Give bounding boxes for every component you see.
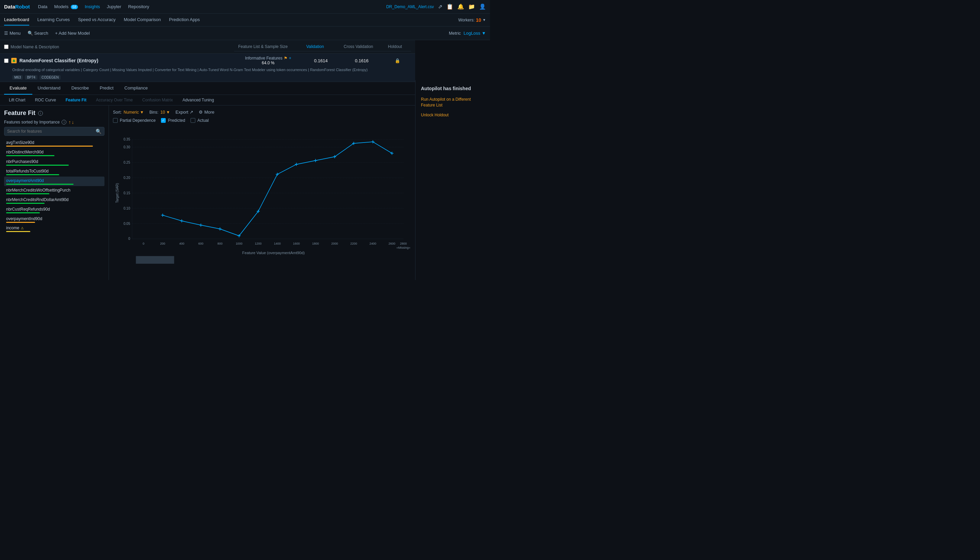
cv-score: 0.1616 bbox=[340, 58, 384, 63]
left-panel: Feature Fit i Features sorted by Importa… bbox=[0, 105, 109, 280]
bookmark-icon[interactable]: 📋 bbox=[447, 3, 453, 10]
actual-checkbox[interactable] bbox=[190, 118, 195, 123]
list-item[interactable]: nbrPurchases90d bbox=[4, 158, 105, 167]
model-description: Ordinal encoding of categorical variable… bbox=[0, 67, 415, 74]
feature-list: avgTxnSize90d nbrDistinctMerch90d nbrPur… bbox=[4, 138, 105, 276]
search-input[interactable] bbox=[7, 129, 96, 134]
logo[interactable]: DataRobot bbox=[4, 4, 30, 10]
add-model-button[interactable]: + Add New Model bbox=[55, 31, 90, 36]
svg-text:1600: 1600 bbox=[293, 242, 300, 245]
holdout-score: 🔒 bbox=[384, 58, 411, 63]
x-axis-label: Feature Value (overpaymentAmt90d) bbox=[242, 251, 305, 255]
model-tabs: Evaluate Understand Describe Predict Com… bbox=[0, 82, 415, 95]
nav-item-data[interactable]: Data bbox=[38, 4, 47, 9]
export-button[interactable]: Export ↗ bbox=[176, 110, 193, 115]
menu-button[interactable]: ☰ Menu bbox=[4, 31, 21, 36]
sort-up-icon[interactable]: ↑ bbox=[68, 119, 71, 125]
subtab-lift-chart[interactable]: Lift Chart bbox=[4, 95, 30, 105]
subnav-learning-curves[interactable]: Learning Curves bbox=[37, 14, 70, 25]
col-feature-header: Feature List & Sample Size bbox=[234, 42, 302, 52]
add-feature-btn[interactable]: + bbox=[289, 56, 291, 60]
share-icon[interactable]: ⇗ bbox=[438, 3, 442, 10]
logo-robot: Robot bbox=[15, 4, 30, 10]
subnav-prediction-apps[interactable]: Prediction Apps bbox=[169, 14, 200, 25]
histogram-bar bbox=[136, 256, 174, 264]
model-checkbox[interactable] bbox=[4, 58, 8, 63]
list-item[interactable]: avgTxnSize90d bbox=[4, 138, 105, 148]
model-icon: 🌲 bbox=[11, 58, 17, 63]
subnav-speed-accuracy[interactable]: Speed vs Accuracy bbox=[78, 14, 116, 25]
metric-chevron: ▼ bbox=[482, 31, 486, 36]
search-button[interactable]: 🔍 Search bbox=[28, 31, 48, 36]
legend-partial-dependence[interactable]: Partial Dependence bbox=[113, 118, 155, 123]
subnav-model-comparison[interactable]: Model Comparison bbox=[124, 14, 161, 25]
partial-dep-checkbox[interactable] bbox=[113, 118, 118, 123]
list-item[interactable]: nbrCustReqRefunds90d bbox=[4, 205, 105, 215]
workers-chevron[interactable]: ▼ bbox=[483, 18, 486, 22]
list-item[interactable]: overpaymentAmt90d bbox=[4, 177, 105, 186]
select-all-checkbox[interactable] bbox=[4, 45, 8, 49]
subtab-feature-fit[interactable]: Feature Fit bbox=[61, 95, 91, 105]
logo-data: Data bbox=[4, 4, 15, 10]
top-nav-right: DR_Demo_AML_Alert.csv ⇗ 📋 🔔 📁 👤 bbox=[386, 3, 486, 10]
feature-list-name: Informative Features bbox=[245, 56, 282, 60]
predicted-checkbox[interactable]: ✓ bbox=[161, 118, 166, 123]
list-item[interactable]: nbrDistinctMerch90d bbox=[4, 148, 105, 158]
svg-text:0.25: 0.25 bbox=[123, 161, 130, 164]
col-holdout-header: Holdout bbox=[384, 42, 411, 52]
subtab-accuracy-time: Accuracy Over Time bbox=[91, 95, 137, 105]
bell-icon[interactable]: 🔔 bbox=[457, 3, 464, 10]
feature-fit-chart: 0 0.05 0.10 0.15 0.20 0.25 0.30 0.35 Tar… bbox=[113, 125, 411, 276]
tab-describe[interactable]: Describe bbox=[66, 82, 94, 95]
lock-icon: 🔒 bbox=[395, 58, 400, 63]
tab-predict[interactable]: Predict bbox=[94, 82, 119, 95]
subtab-roc-curve[interactable]: ROC Curve bbox=[30, 95, 61, 105]
legend-predicted[interactable]: ✓ Predicted bbox=[161, 118, 185, 123]
list-item[interactable]: nbrMerchCreditsWoOffsettingPurch bbox=[4, 186, 105, 196]
sort-control-value[interactable]: Numeric ▼ bbox=[123, 110, 144, 115]
svg-text:0.15: 0.15 bbox=[123, 191, 130, 195]
svg-text:200: 200 bbox=[160, 242, 165, 245]
tab-understand[interactable]: Understand bbox=[32, 82, 66, 95]
folder-icon[interactable]: 📁 bbox=[468, 3, 475, 10]
tab-compliance[interactable]: Compliance bbox=[119, 82, 153, 95]
chart-line bbox=[163, 142, 392, 236]
col-name-header: Model Name & Description bbox=[10, 45, 59, 49]
metric-area: Metric LogLoss ▼ bbox=[449, 31, 486, 36]
tab-evaluate[interactable]: Evaluate bbox=[4, 82, 32, 95]
nav-item-jupyter[interactable]: Jupyter bbox=[107, 4, 122, 9]
search-box: 🔍 bbox=[4, 127, 105, 136]
feature-fit-info-icon[interactable]: i bbox=[38, 111, 43, 116]
nav-item-insights[interactable]: Insights bbox=[85, 4, 100, 9]
partial-dep-label: Partial Dependence bbox=[120, 118, 155, 123]
list-item[interactable]: totalRefundsToCust90d bbox=[4, 167, 105, 177]
user-icon[interactable]: 👤 bbox=[479, 3, 486, 10]
svg-text:600: 600 bbox=[198, 242, 203, 245]
list-item[interactable]: overpaymentInd90d bbox=[4, 215, 105, 224]
actual-label: Actual bbox=[197, 118, 208, 123]
more-button[interactable]: ⚙ More bbox=[199, 110, 214, 115]
subtab-advanced-tuning[interactable]: Advanced Tuning bbox=[178, 95, 219, 105]
workers-label: Workers: bbox=[458, 18, 475, 22]
feature-fit-title: Feature Fit i bbox=[4, 110, 105, 117]
model-area: Model Name & Description Feature List & … bbox=[0, 40, 415, 280]
unlock-holdout-link[interactable]: Unlock Holdout bbox=[421, 112, 485, 118]
nav-item-repository[interactable]: Repository bbox=[128, 4, 149, 9]
model-name[interactable]: RandomForest Classifier (Entropy) bbox=[19, 58, 234, 63]
sort-info-icon[interactable]: i bbox=[62, 120, 67, 125]
legend-actual[interactable]: Actual bbox=[190, 118, 208, 123]
metric-value[interactable]: LogLoss ▼ bbox=[463, 31, 486, 36]
list-item[interactable]: nbrMerchCreditsRndDollarAmt90d bbox=[4, 196, 105, 205]
model-feature-list: Informative Features ⚑ + 64.0 % bbox=[234, 56, 302, 65]
model-row-header: 🌲 RandomForest Classifier (Entropy) Info… bbox=[0, 54, 415, 67]
run-autopilot-link[interactable]: Run Autopilot on a Different Feature Lis… bbox=[421, 97, 485, 108]
subnav-leaderboard[interactable]: Leaderboard bbox=[4, 14, 29, 25]
bins-value[interactable]: 10 ▼ bbox=[161, 110, 170, 115]
svg-text:=Missing=: =Missing= bbox=[397, 246, 410, 250]
list-item[interactable]: income ⚠ bbox=[4, 224, 105, 233]
sort-down-icon[interactable]: ↓ bbox=[72, 119, 74, 125]
svg-text:2800: 2800 bbox=[400, 242, 407, 245]
nav-item-models[interactable]: Models 68 bbox=[54, 4, 78, 9]
svg-text:1800: 1800 bbox=[312, 242, 319, 245]
filename[interactable]: DR_Demo_AML_Alert.csv bbox=[386, 4, 434, 9]
